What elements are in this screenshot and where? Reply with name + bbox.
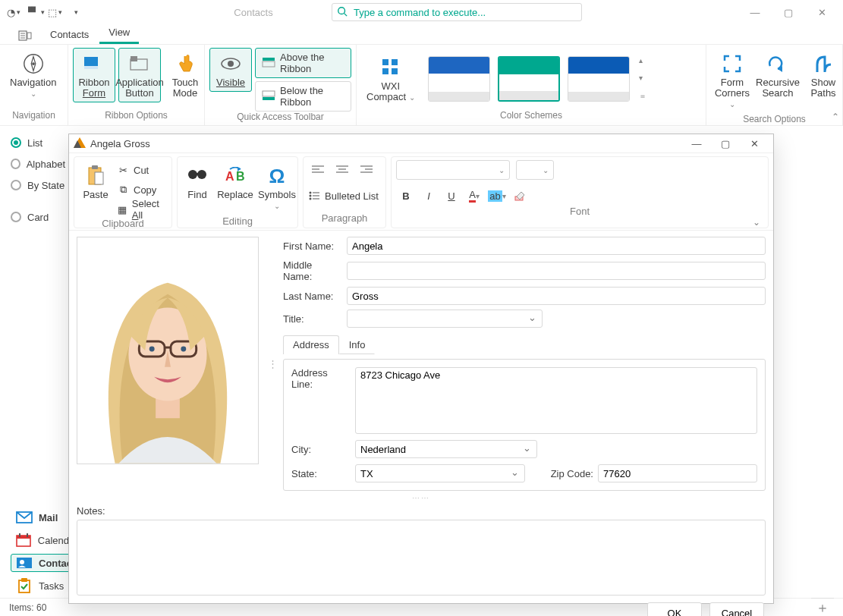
- pane-calendar[interactable]: Calend: [11, 531, 74, 549]
- below-icon: [262, 90, 275, 103]
- below-ribbon-option[interactable]: Below the Ribbon: [255, 81, 351, 112]
- app-title: Contacts: [175, 7, 332, 18]
- first-name-input[interactable]: [347, 237, 766, 255]
- qat-visible-button[interactable]: Visible: [209, 48, 252, 92]
- splitter-h[interactable]: ⋯⋯: [69, 491, 773, 505]
- qat-overflow[interactable]: ▾: [66, 3, 84, 21]
- wxi-compact-button[interactable]: WXICompact ⌄: [361, 52, 420, 107]
- svg-rect-41: [196, 173, 199, 175]
- svg-rect-27: [17, 536, 30, 539]
- paste-button[interactable]: Paste: [79, 160, 112, 204]
- form-corners-button[interactable]: FormCorners ⌄: [711, 48, 753, 114]
- find-button[interactable]: Find: [182, 160, 212, 204]
- last-name-input[interactable]: [347, 287, 766, 305]
- scheme-scroller[interactable]: ▴▾＝: [637, 56, 648, 102]
- font-size-combo[interactable]: ⌄: [516, 160, 554, 180]
- ribbon-collapse-icon[interactable]: ⌃: [832, 112, 839, 122]
- middle-name-input[interactable]: [347, 262, 766, 280]
- align-right-button[interactable]: [357, 160, 376, 180]
- navigation-button[interactable]: Navigation⌄: [5, 48, 61, 103]
- svg-point-69: [181, 347, 186, 352]
- state-select[interactable]: TX: [355, 464, 525, 482]
- select-all-button[interactable]: ▦Select All: [117, 201, 167, 218]
- scheme-green[interactable]: [498, 56, 560, 102]
- ok-button[interactable]: OK: [647, 602, 702, 616]
- application-button[interactable]: ApplicationButton: [118, 48, 161, 102]
- splitter-v[interactable]: ⋮: [268, 237, 274, 491]
- ribbon-form-button[interactable]: RibbonForm: [73, 48, 115, 102]
- close-button[interactable]: ✕: [805, 2, 838, 23]
- dialog-close[interactable]: ✕: [740, 134, 769, 152]
- cancel-button[interactable]: Cancel: [709, 602, 764, 616]
- find-icon: [185, 164, 209, 188]
- dialog-maximize[interactable]: ▢: [711, 134, 740, 152]
- qat: ◔▾ ▝▘▾ ⬚▾ ▾: [5, 3, 84, 21]
- tab-info[interactable]: Info: [339, 335, 376, 354]
- dialog-icon: [74, 137, 86, 150]
- tab-view[interactable]: View: [99, 24, 139, 44]
- tab-address[interactable]: Address: [283, 335, 339, 354]
- svg-rect-20: [382, 59, 388, 65]
- notes-input[interactable]: [77, 520, 766, 596]
- pane-tasks[interactable]: Tasks: [11, 577, 74, 595]
- select-dropdown[interactable]: ⬚▾: [46, 3, 64, 21]
- copy-button[interactable]: ⧉Copy: [117, 181, 167, 198]
- copy-icon: ⧉: [117, 184, 129, 196]
- scheme-blue[interactable]: [428, 56, 490, 102]
- underline-button[interactable]: U: [442, 186, 461, 206]
- calendar-icon: [16, 533, 32, 547]
- svg-point-15: [228, 61, 234, 67]
- dialog-ribbon-expand[interactable]: ⌄: [753, 217, 763, 228]
- minimize-button[interactable]: ―: [738, 2, 772, 23]
- filter-bystate[interactable]: By State: [11, 174, 65, 196]
- command-box[interactable]: [332, 3, 582, 21]
- recursive-search-button[interactable]: RecursiveSearch: [756, 48, 799, 102]
- align-left-button[interactable]: [308, 160, 328, 180]
- touch-mode-button[interactable]: TouchMode: [164, 48, 206, 102]
- bold-button[interactable]: B: [396, 186, 416, 206]
- svg-rect-18: [263, 91, 275, 96]
- svg-rect-13: [131, 56, 137, 61]
- highlight-button[interactable]: ab▾: [487, 186, 507, 206]
- file-menu-icon[interactable]: [15, 27, 35, 44]
- symbols-button[interactable]: Ω Symbols⌄: [258, 160, 296, 215]
- italic-button[interactable]: I: [419, 186, 439, 206]
- bulleted-list-button[interactable]: Bulleted List: [308, 187, 379, 204]
- pane-mail[interactable]: Mail: [11, 508, 74, 526]
- filter-card[interactable]: Card: [11, 206, 65, 228]
- replace-button[interactable]: AB Replace: [217, 160, 253, 204]
- show-paths-button[interactable]: ShowPaths: [802, 48, 843, 102]
- above-ribbon-option[interactable]: Above the Ribbon: [255, 48, 351, 78]
- scheme-navy[interactable]: [568, 56, 630, 102]
- svg-point-9: [32, 62, 35, 65]
- filter-alphabet[interactable]: Alphabet: [11, 153, 65, 174]
- title-select[interactable]: [347, 310, 543, 328]
- skin-dropdown[interactable]: ◔▾: [5, 3, 23, 21]
- clear-format-button[interactable]: [510, 186, 530, 206]
- font-family-combo[interactable]: ⌄: [396, 160, 510, 180]
- corners-icon: [720, 52, 744, 76]
- font-color-button[interactable]: A▾: [464, 186, 484, 206]
- dialog-minimize[interactable]: ―: [682, 134, 711, 152]
- contact-photo[interactable]: [77, 237, 259, 464]
- maximize-button[interactable]: ▢: [772, 2, 805, 23]
- pane-contacts[interactable]: Contac: [11, 554, 74, 572]
- zip-input[interactable]: [598, 464, 757, 482]
- svg-line-1: [344, 13, 348, 16]
- svg-point-54: [310, 192, 312, 194]
- command-input[interactable]: [352, 6, 577, 19]
- address-line-input[interactable]: [355, 367, 757, 434]
- filter-list[interactable]: List: [11, 132, 65, 153]
- layout-dropdown[interactable]: ▝▘▾: [25, 3, 43, 21]
- status-items: Items: 60: [9, 602, 46, 613]
- select-all-icon: ▦: [117, 204, 127, 215]
- paths-icon: [811, 52, 835, 76]
- tab-contacts[interactable]: Contacts: [41, 26, 98, 44]
- city-select[interactable]: Nederland: [355, 440, 537, 458]
- align-center-button[interactable]: [332, 160, 352, 180]
- status-add[interactable]: ＋: [811, 598, 834, 616]
- dialog-title: Angela Gross: [90, 138, 150, 149]
- search-icon: [337, 6, 348, 19]
- cut-button[interactable]: ✂Cut: [117, 162, 167, 178]
- svg-point-0: [338, 7, 345, 14]
